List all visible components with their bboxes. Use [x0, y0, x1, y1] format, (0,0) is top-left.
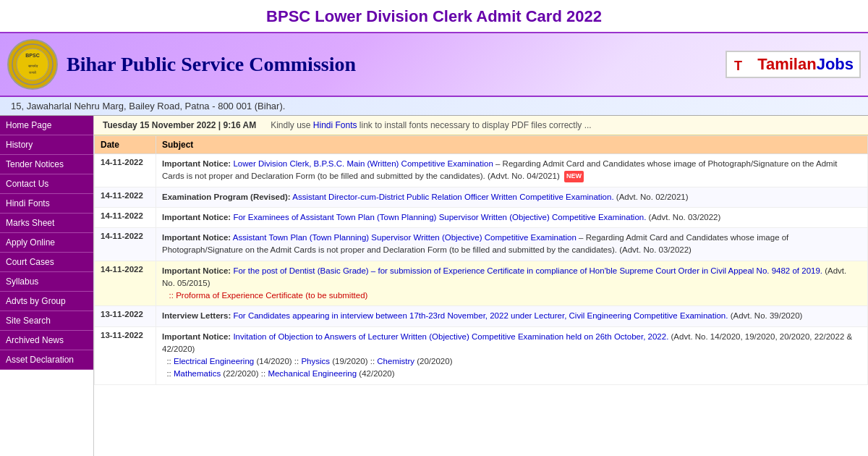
- date-bar: Tuesday 15 November 2022 | 9:16 AM Kindl…: [94, 116, 868, 135]
- table-row: 13-11-2022 Important Notice: Invitation …: [95, 326, 868, 384]
- row-date: 14-11-2022: [95, 154, 156, 187]
- sidebar-item-asset-declaration[interactable]: Asset Declaration: [0, 350, 93, 370]
- row-subject: Interview Letters: For Candidates appear…: [156, 306, 868, 326]
- table-row: 14-11-2022 Examination Program (Revised)…: [95, 187, 868, 207]
- svg-text:BPSC: BPSC: [25, 53, 39, 58]
- row-date: 14-11-2022: [95, 228, 156, 261]
- row-date: 14-11-2022: [95, 187, 156, 207]
- table-row: 14-11-2022 Important Notice: Assistant T…: [95, 228, 868, 261]
- notice-link[interactable]: For Candidates appearing in interview be…: [233, 311, 728, 320]
- notice-link[interactable]: Assistant Director-cum-District Public R…: [292, 193, 613, 201]
- notice-link[interactable]: For the post of Dentist (Basic Grade) – …: [233, 266, 822, 275]
- physics-link[interactable]: Physics: [301, 357, 330, 366]
- sidebar-item-hindi-fonts[interactable]: Hindi Fonts: [0, 194, 93, 214]
- sidebar-item-archived-news[interactable]: Archived News: [0, 331, 93, 350]
- content-area: Tuesday 15 November 2022 | 9:16 AM Kindl…: [94, 116, 868, 456]
- svg-text:जयते: जयते: [28, 70, 36, 75]
- table-row: 14-11-2022 Important Notice: Lower Divis…: [95, 154, 868, 187]
- electrical-link[interactable]: Electrical Engineering: [174, 357, 254, 366]
- sidebar-item-history[interactable]: History: [0, 135, 93, 155]
- address-bar: 15, Jawaharlal Nehru Marg, Bailey Road, …: [0, 97, 868, 116]
- org-name: Bihar Public Service Commission: [67, 53, 726, 76]
- row-date: 13-11-2022: [95, 306, 156, 326]
- notice-link[interactable]: Assistant Town Plan (Town Planning) Supe…: [233, 233, 576, 242]
- row-subject: Important Notice: Lower Division Clerk, …: [156, 154, 868, 187]
- sidebar-item-advts-by-group[interactable]: Advts by Group: [0, 292, 93, 311]
- sidebar-item-court-cases[interactable]: Court Cases: [0, 253, 93, 272]
- emblem: BPSC सत्यमेव जयते: [7, 39, 58, 90]
- table-row: 13-11-2022 Interview Letters: For Candid…: [95, 306, 868, 326]
- svg-text:T: T: [734, 59, 742, 73]
- sidebar-item-marks-sheet[interactable]: Marks Sheet: [0, 214, 93, 233]
- table-row: 14-11-2022 Important Notice: For Examine…: [95, 207, 868, 227]
- sidebar-item-apply-online[interactable]: Apply Online: [0, 233, 93, 253]
- sidebar-item-contact-us[interactable]: Contact Us: [0, 174, 93, 194]
- main-layout: Home Page History Tender Notices Contact…: [0, 116, 868, 456]
- new-badge: NEW: [564, 171, 584, 182]
- notice-link[interactable]: Lower Division Clerk, B.P.S.C. Main (Wri…: [233, 159, 493, 168]
- proforma-link[interactable]: :: Proforma of Experience Certificate (t…: [162, 291, 367, 300]
- table-row: 14-11-2022 Important Notice: For the pos…: [95, 261, 868, 306]
- sidebar: Home Page History Tender Notices Contact…: [0, 116, 94, 456]
- site-logo: T TamilanJobs: [726, 51, 861, 78]
- row-subject: Important Notice: Invitation of Objectio…: [156, 326, 868, 384]
- notice-link[interactable]: Invitation of Objection to Answers of Le…: [233, 332, 668, 341]
- row-date: 14-11-2022: [95, 261, 156, 306]
- sidebar-item-tender-notices[interactable]: Tender Notices: [0, 155, 93, 174]
- row-subject: Important Notice: For Examinees of Assis…: [156, 207, 868, 227]
- header-bar: BPSC सत्यमेव जयते Bihar Public Service C…: [0, 32, 868, 97]
- row-date: 14-11-2022: [95, 207, 156, 227]
- row-subject: Important Notice: For the post of Dentis…: [156, 261, 868, 306]
- mechanical-link[interactable]: Mechanical Engineering: [268, 369, 357, 378]
- row-subject: Important Notice: Assistant Town Plan (T…: [156, 228, 868, 261]
- sidebar-item-home-page[interactable]: Home Page: [0, 116, 93, 135]
- notices-table: Date Subject 14-11-2022 Important Notice…: [94, 135, 868, 385]
- current-date: Tuesday 15 November 2022 | 9:16 AM: [103, 120, 256, 130]
- svg-text:सत्यमेव: सत्यमेव: [27, 64, 38, 68]
- page-title: BPSC Lower Division Clerk Admit Card 202…: [0, 0, 868, 32]
- sidebar-item-site-search[interactable]: Site Search: [0, 311, 93, 331]
- row-subject: Examination Program (Revised): Assistant…: [156, 187, 868, 207]
- row-date: 13-11-2022: [95, 326, 156, 384]
- col-date: Date: [95, 136, 156, 154]
- chemistry-link[interactable]: Chemistry: [377, 357, 414, 366]
- mathematics-link[interactable]: Mathematics: [174, 369, 221, 378]
- notice-link[interactable]: For Examinees of Assistant Town Plan (To…: [233, 213, 646, 221]
- font-hint: Kindly use Hindi Fonts link to install f…: [271, 120, 592, 130]
- hindi-fonts-link[interactable]: Hindi Fonts: [313, 120, 357, 130]
- col-subject: Subject: [156, 136, 868, 154]
- sidebar-item-syllabus[interactable]: Syllabus: [0, 272, 93, 292]
